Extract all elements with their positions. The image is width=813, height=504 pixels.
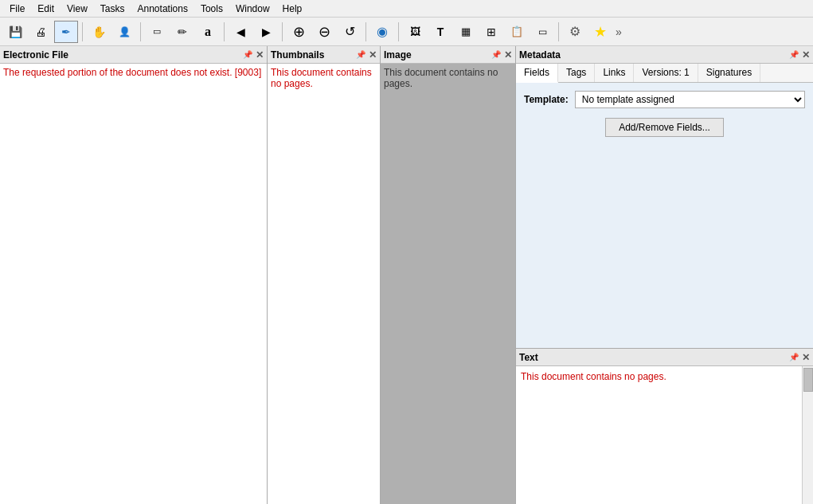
text-header: Text 📌 ✕: [516, 349, 813, 366]
template-row: Template: No template assigned: [524, 91, 805, 108]
add-remove-fields-button[interactable]: Add/Remove Fields...: [605, 118, 724, 137]
text-button[interactable]: a: [196, 21, 220, 43]
star-button[interactable]: ★: [588, 21, 612, 43]
thumbnails-panel: Thumbnails 📌 ✕ This document contains no…: [268, 46, 381, 504]
capture-button[interactable]: ◉: [370, 21, 394, 43]
right-side: Metadata 📌 ✕ Fields Tags Links Versions:…: [516, 46, 813, 504]
layout-button[interactable]: ▦: [454, 21, 478, 43]
text-close-icon[interactable]: ✕: [802, 352, 810, 363]
prev-button[interactable]: ◀: [229, 21, 252, 43]
tab-fields[interactable]: Fields: [516, 64, 558, 83]
text-panel: Text 📌 ✕ This document contains no pages…: [516, 349, 813, 504]
star-icon: ★: [594, 23, 607, 41]
menu-edit[interactable]: Edit: [31, 2, 61, 16]
thumbnails-title: Thumbnails: [271, 49, 324, 61]
grid-button[interactable]: ⊞: [479, 21, 503, 43]
electronic-file-panel: Electronic File 📌 ✕ The requested portio…: [0, 46, 268, 504]
image-message: This document contains no pages.: [384, 67, 498, 89]
redact-button[interactable]: ▭: [145, 21, 169, 43]
electronic-file-error: The requested portion of the document do…: [3, 67, 261, 78]
separator-2: [140, 22, 141, 41]
attach-button[interactable]: 📋: [505, 21, 529, 43]
separator-7: [558, 22, 559, 41]
metadata-pin-icon[interactable]: 📌: [789, 50, 799, 59]
metadata-body: Template: No template assigned Add/Remov…: [516, 83, 813, 348]
zoom-out-button[interactable]: ⊖: [312, 21, 336, 43]
separator-5: [365, 22, 366, 41]
image-pin-icon[interactable]: 📌: [491, 50, 501, 59]
menubar: File Edit View Tasks Annotations Tools W…: [0, 0, 813, 18]
metadata-tabs: Fields Tags Links Versions: 1 Signatures: [516, 64, 813, 83]
page-button[interactable]: ▭: [530, 21, 554, 43]
text-scrollbar-thumb[interactable]: [803, 368, 813, 392]
thumbnails-content: This document contains no pages.: [268, 64, 380, 504]
text-body: This document contains no pages.: [521, 371, 666, 382]
thumbnails-header: Thumbnails 📌 ✕: [268, 46, 380, 64]
add-remove-row: Add/Remove Fields...: [524, 118, 805, 137]
electronic-file-close-icon[interactable]: ✕: [256, 49, 264, 61]
gear-icon: ⚙: [569, 24, 580, 39]
menu-file[interactable]: File: [3, 2, 31, 16]
menu-help[interactable]: Help: [276, 2, 309, 16]
text-content: This document contains no pages.: [516, 366, 813, 504]
thumbnails-close-icon[interactable]: ✕: [369, 49, 377, 61]
image-title-group: Image: [384, 49, 412, 61]
image-controls: 📌 ✕: [491, 49, 512, 61]
zoom-in-button[interactable]: ⊕: [287, 21, 311, 43]
settings-button[interactable]: ⚙: [563, 21, 587, 43]
template-label: Template:: [524, 94, 569, 105]
text-title: Text: [519, 352, 538, 363]
stamp-button[interactable]: 👤: [112, 21, 136, 43]
tab-versions[interactable]: Versions: 1: [634, 64, 698, 82]
menu-tools[interactable]: Tools: [194, 2, 229, 16]
metadata-header: Metadata 📌 ✕: [516, 46, 813, 64]
image-view-button[interactable]: 🖼: [403, 21, 427, 43]
print-button[interactable]: 🖨: [29, 21, 53, 43]
text-scrollbar[interactable]: [802, 366, 813, 504]
separator-3: [224, 22, 225, 41]
thumbnails-pin-icon[interactable]: 📌: [356, 50, 365, 59]
separator-1: [82, 22, 83, 41]
menu-annotations[interactable]: Annotations: [131, 2, 194, 16]
metadata-title: Metadata: [519, 49, 561, 61]
image-header: Image 📌 ✕: [381, 46, 515, 64]
tab-links[interactable]: Links: [595, 64, 634, 82]
image-close-icon[interactable]: ✕: [504, 49, 512, 61]
text-view-button[interactable]: T: [428, 21, 452, 43]
electronic-file-header: Electronic File 📌 ✕: [0, 46, 267, 64]
menu-window[interactable]: Window: [229, 2, 276, 16]
toolbar: 💾 🖨 ✒ ✋ 👤 ▭ ✏ a ◀ ▶ ⊕ ⊖ ↺ ◉ 🖼 T ▦ ⊞ 📋 ▭ …: [0, 18, 813, 46]
save-button[interactable]: 💾: [3, 21, 27, 43]
main-area: Electronic File 📌 ✕ The requested portio…: [0, 46, 813, 504]
electronic-file-pin-icon[interactable]: 📌: [243, 50, 252, 59]
menu-view[interactable]: View: [61, 2, 94, 16]
hand-button[interactable]: ✋: [87, 21, 111, 43]
refresh-button[interactable]: ↺: [338, 21, 362, 43]
image-title: Image: [384, 49, 412, 61]
metadata-controls: 📌 ✕: [789, 49, 810, 61]
menu-tasks[interactable]: Tasks: [94, 2, 131, 16]
thumbnails-title-group: Thumbnails: [271, 49, 324, 61]
tab-tags[interactable]: Tags: [558, 64, 595, 82]
toolbar-overflow[interactable]: »: [614, 25, 623, 38]
electronic-file-controls: 📌 ✕: [243, 49, 264, 61]
separator-4: [282, 22, 283, 41]
text-pin-icon[interactable]: 📌: [789, 353, 799, 361]
electronic-file-title-group: Electronic File: [3, 49, 68, 61]
text-controls: 📌 ✕: [789, 352, 810, 363]
separator-6: [398, 22, 399, 41]
pencil-button[interactable]: ✏: [170, 21, 194, 43]
tab-signatures[interactable]: Signatures: [698, 64, 760, 82]
thumbnails-message: This document contains no pages.: [271, 67, 372, 89]
metadata-close-icon[interactable]: ✕: [802, 49, 810, 61]
image-panel: Image 📌 ✕ This document contains no page…: [381, 46, 516, 504]
electronic-file-title: Electronic File: [3, 49, 68, 61]
image-content: This document contains no pages.: [381, 64, 515, 504]
electronic-file-content: The requested portion of the document do…: [0, 64, 267, 504]
thumbnails-controls: 📌 ✕: [356, 49, 377, 61]
metadata-panel: Metadata 📌 ✕ Fields Tags Links Versions:…: [516, 46, 813, 349]
pen-button[interactable]: ✒: [54, 21, 78, 43]
next-button[interactable]: ▶: [254, 21, 278, 43]
template-select[interactable]: No template assigned: [575, 91, 805, 108]
